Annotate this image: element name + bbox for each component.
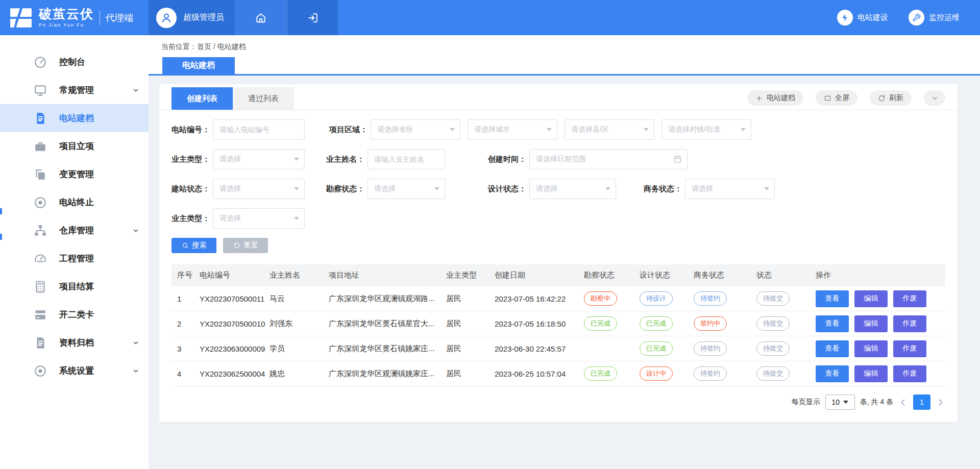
toolbar-button-刷新[interactable]: 刷新	[870, 90, 912, 106]
cell-address: 广东深圳龙华区黄石镇星官大...	[329, 319, 446, 329]
city-select[interactable]: 请选择城市	[468, 119, 557, 140]
sidebar-item-控制台[interactable]: 控制台	[0, 48, 149, 76]
row-action-编辑[interactable]: 编辑	[854, 365, 888, 382]
main: 当前位置：首页 / 电站建档 电站建档 创建列表通过列表 电站建档全屏刷新 电站…	[149, 35, 980, 469]
owner-type-select[interactable]: 请选择	[213, 149, 305, 169]
toolbar-button-label: 电站建档	[767, 93, 795, 103]
plus-icon	[755, 94, 763, 102]
user-menu[interactable]: 超级管理员	[149, 0, 235, 35]
per-page-label: 每页显示	[792, 398, 820, 407]
chevron-down-icon	[132, 227, 139, 234]
prev-page-button[interactable]	[898, 398, 908, 407]
row-action-编辑[interactable]: 编辑	[854, 340, 888, 357]
cell-date: 2023-07-05 16:18:50	[495, 319, 584, 328]
filter-field-create-time: 创建时间：请选择日期范围	[488, 149, 688, 169]
pv-logo-icon	[9, 7, 33, 29]
cell-code: YX2023063000009	[200, 344, 270, 353]
topbar-action-电站建设[interactable]: 电站建设	[837, 0, 888, 35]
brand-divider	[100, 11, 100, 25]
cell-design-status: 待设计	[640, 291, 694, 306]
cell-actions: 查看编辑作废	[816, 340, 945, 357]
sidebar-item-项目结算[interactable]: 项目结算	[0, 273, 149, 301]
sidebar-item-label: 常规管理	[59, 84, 94, 96]
row-action-作废[interactable]: 作废	[893, 365, 926, 382]
tab-创建列表[interactable]: 创建列表	[172, 87, 233, 110]
sidebar-item-项目立项[interactable]: 项目立项	[0, 132, 149, 160]
home-button[interactable]	[235, 0, 287, 35]
row-action-编辑[interactable]: 编辑	[854, 290, 888, 307]
sidebar-item-资料归档[interactable]: 资料归档	[0, 329, 149, 357]
sidebar-item-仓库管理[interactable]: 仓库管理	[0, 216, 149, 244]
owner-type2-select[interactable]: 请选择	[213, 208, 305, 229]
status-badge: 待签约	[694, 291, 727, 306]
row-action-编辑[interactable]: 编辑	[854, 315, 888, 332]
status-badge: 待提交	[756, 341, 790, 356]
row-action-作废[interactable]: 作废	[893, 340, 926, 357]
column-header-勘察状态: 勘察状态	[584, 270, 640, 280]
status-badge: 待提交	[756, 366, 790, 381]
page-number-button[interactable]: 1	[913, 394, 930, 410]
filter-field-city: 请选择城市	[468, 119, 557, 140]
village-select[interactable]: 请选择村镇/街道	[662, 119, 751, 140]
sidebar-item-电站终止[interactable]: 电站终止	[0, 188, 149, 216]
lightning-icon	[841, 13, 849, 22]
sidebar-item-电站建档[interactable]: 电站建档	[0, 104, 149, 132]
row-action-作废[interactable]: 作废	[893, 315, 926, 332]
column-header-业主姓名: 业主姓名	[270, 270, 329, 280]
page-tab[interactable]: 电站建档	[162, 57, 235, 74]
row-action-查看[interactable]: 查看	[816, 315, 849, 332]
topbar: 破茧云伏 Po Jian Yun Fu 代理端 超级管理员 电站建设监控运维	[0, 0, 980, 35]
search-button[interactable]: 搜索	[172, 238, 216, 253]
sidebar-item-常规管理[interactable]: 常规管理	[0, 76, 149, 104]
list-card: 创建列表通过列表 电站建档全屏刷新 电站编号：项目区域：请选择省份请选择城市请选…	[159, 84, 958, 422]
build-status-select[interactable]: 请选择	[213, 179, 305, 199]
row-action-作废[interactable]: 作废	[893, 290, 926, 307]
sidebar-item-变更管理[interactable]: 变更管理	[0, 160, 149, 188]
caret-down-icon	[764, 187, 769, 190]
owner-name-input[interactable]	[368, 149, 445, 169]
cell-no: 3	[177, 344, 200, 353]
sidebar-item-label: 电站终止	[59, 196, 94, 208]
filter-field-business-status: 商务状态：请选择	[644, 179, 775, 199]
caret-down-icon	[605, 187, 610, 190]
sidebar-item-工程管理[interactable]: 工程管理	[0, 244, 149, 273]
filter-row: 业主类型：请选择业主姓名：创建时间：请选择日期范围	[172, 149, 945, 169]
tab-通过列表[interactable]: 通过列表	[233, 87, 294, 110]
station-code-input[interactable]	[213, 119, 305, 140]
row-action-查看[interactable]: 查看	[816, 365, 849, 382]
per-page-select[interactable]: 10	[825, 394, 855, 410]
cell-business-status: 待签约	[694, 291, 756, 306]
settings-icon	[34, 364, 47, 378]
sidebar-item-系统设置[interactable]: 系统设置	[0, 357, 149, 385]
logout-button[interactable]	[287, 0, 338, 35]
project-area-select[interactable]: 请选择省份	[371, 119, 460, 140]
monitor-icon	[34, 84, 47, 97]
status-badge: 待签约	[694, 341, 727, 356]
survey-status-select[interactable]: 请选择	[368, 179, 445, 199]
cell-survey-status: 勘察中	[584, 291, 640, 306]
toolbar-button-电站建档[interactable]: 电站建档	[747, 90, 803, 106]
column-header-项目地址: 项目地址	[329, 270, 446, 280]
topbar-right: 超级管理员 电站建设监控运维	[149, 0, 980, 35]
county-select[interactable]: 请选择县/区	[565, 119, 654, 140]
cell-actions: 查看编辑作废	[816, 315, 945, 332]
topbar-action-监控运维[interactable]: 监控运维	[909, 0, 960, 35]
placeholder-text: 请选择城市	[474, 125, 510, 134]
filter-field-owner-type2: 业主类型：请选择	[172, 208, 305, 229]
create-time-date-picker[interactable]: 请选择日期范围	[529, 149, 688, 169]
next-page-button[interactable]	[936, 398, 945, 407]
row-action-查看[interactable]: 查看	[816, 340, 849, 357]
business-status-select[interactable]: 请选择	[685, 179, 775, 199]
caret-down-icon	[547, 128, 552, 131]
filter-label: 勘察状态：	[326, 184, 364, 194]
cell-date: 2023-06-25 10:57:04	[495, 369, 584, 378]
sitemap-icon	[34, 224, 47, 237]
toolbar-button-全屏[interactable]: 全屏	[816, 90, 857, 106]
design-status-select[interactable]: 请选择	[529, 179, 616, 199]
topbar-action-label: 监控运维	[929, 13, 960, 22]
sidebar-item-开二类卡[interactable]: 开二类卡	[0, 301, 149, 329]
row-action-查看[interactable]: 查看	[816, 290, 849, 307]
reset-button[interactable]: 重置	[223, 238, 268, 253]
cell-owner: 刘强东	[270, 319, 329, 329]
toolbar-collapse-button[interactable]	[924, 90, 945, 106]
